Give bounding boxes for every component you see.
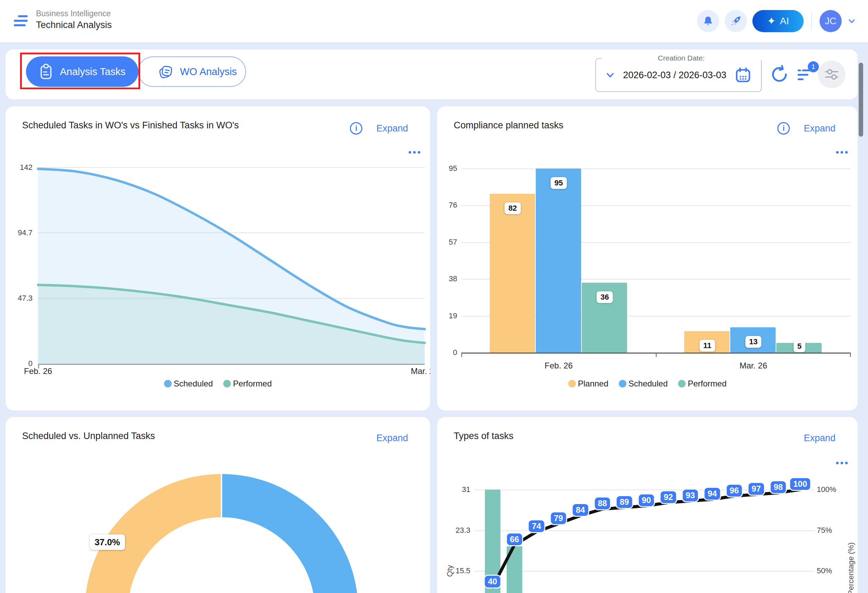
right-axis-tick-label: 100%	[817, 485, 848, 494]
notifications-button[interactable]	[697, 10, 719, 32]
value-badge: 82	[505, 202, 521, 214]
chart-settings-button[interactable]	[818, 60, 846, 88]
card-scheduled-vs-finished: Scheduled Tasks in WO's vs Finished Task…	[6, 106, 430, 411]
ai-assistant-button[interactable]: AI	[753, 10, 804, 32]
tab-analysis-tasks[interactable]: Analysis Tasks	[26, 56, 139, 87]
rocket-icon	[729, 15, 742, 27]
app-title: Business Intelligence	[36, 8, 112, 19]
legend-label: Performed	[688, 379, 726, 388]
chart-title: Scheduled Tasks in WO's vs Finished Task…	[22, 120, 239, 131]
right-axis-tick-label: 50%	[817, 566, 848, 575]
x-axis-category-label: Mar. 26	[740, 361, 767, 370]
sparkle-icon	[767, 16, 776, 26]
legend-item[interactable]: Scheduled	[164, 379, 213, 388]
tab-wo-analysis[interactable]: WO Analysis	[138, 56, 246, 87]
pareto-value-badge: 97	[748, 483, 764, 495]
documents-icon	[156, 63, 174, 81]
more-options-icon[interactable]	[408, 147, 422, 158]
avatar-initials: JC	[825, 16, 837, 27]
chevron-down-icon[interactable]	[847, 16, 856, 26]
y-axis-tick-label: 38	[437, 274, 457, 283]
value-badge: 36	[597, 291, 613, 303]
creation-date-value[interactable]: 2026-02-03 / 2026-03-03	[621, 70, 728, 81]
pareto-value-badge: 84	[573, 504, 588, 516]
bell-icon	[702, 15, 714, 27]
pareto-value-badge: 94	[705, 488, 720, 500]
legend-item[interactable]: Performed	[223, 379, 272, 388]
value-badge: 11	[700, 340, 715, 351]
y-axis-tick-label: 142	[6, 163, 32, 172]
bar-planned	[490, 194, 535, 353]
chevron-down-icon[interactable]	[605, 70, 616, 80]
expand-button[interactable]: Expand	[376, 123, 408, 134]
menu-icon[interactable]	[14, 15, 28, 27]
filter-count-badge: 1	[808, 61, 819, 72]
y-axis-tick-label: 95	[437, 164, 457, 173]
expand-button[interactable]: Expand	[804, 433, 836, 444]
legend-item[interactable]: Scheduled	[619, 379, 667, 388]
pareto-value-badge: 96	[726, 485, 742, 497]
x-axis-tick	[850, 354, 851, 357]
more-options-icon[interactable]	[836, 147, 849, 158]
reset-icon	[770, 65, 789, 84]
legend-dot	[164, 380, 172, 388]
calendar-icon[interactable]	[734, 66, 752, 84]
header-actions: AI JC	[697, 10, 856, 32]
pareto-value-badge: 79	[551, 512, 566, 524]
vertical-scrollbar-thumb[interactable]	[859, 63, 863, 137]
pareto-value-badge: 88	[595, 497, 610, 509]
left-axis-tick-label: 23.3	[437, 526, 470, 535]
gridline	[461, 168, 851, 169]
gridline	[474, 530, 815, 531]
pareto-value-badge: 66	[507, 534, 522, 545]
y-axis-tick-label: 19	[437, 311, 457, 320]
launch-button[interactable]	[725, 10, 747, 32]
creation-date-field[interactable]: Creation Date: 2026-02-03 / 2026-03-03	[595, 58, 762, 92]
x-axis-tick-label: Mar. 26	[411, 366, 430, 376]
legend-dot	[678, 380, 686, 388]
legend-label: Planned	[578, 379, 608, 388]
value-badge: 5	[794, 341, 805, 352]
x-axis-tick-label: Feb. 26	[24, 366, 52, 376]
filter-button[interactable]: 1	[795, 65, 815, 84]
right-axis-tick-label: 75%	[817, 526, 848, 535]
tab-label: Analysis Tasks	[60, 66, 125, 78]
chart-legend: ScheduledPerformed	[6, 379, 430, 388]
info-icon[interactable]	[350, 122, 362, 134]
legend-dot	[619, 380, 626, 388]
pareto-value-badge: 98	[771, 481, 786, 493]
user-avatar[interactable]: JC	[819, 10, 842, 32]
legend-item[interactable]: Performed	[678, 379, 726, 388]
x-axis-tick	[656, 354, 657, 357]
expand-button[interactable]: Expand	[804, 123, 836, 134]
pareto-value-badge: 89	[617, 496, 632, 508]
sliders-icon	[823, 66, 840, 83]
tab-label: WO Analysis	[180, 66, 237, 78]
chart-title: Types of tasks	[454, 431, 514, 441]
pareto-bar	[507, 546, 522, 593]
info-icon[interactable]	[777, 122, 790, 134]
card-scheduled-vs-unplanned: Scheduled vs. Unplanned Tasks Expand 37.…	[6, 417, 430, 593]
expand-button[interactable]: Expand	[376, 433, 408, 444]
title-block: Business Intelligence Technical Analysis	[36, 8, 112, 31]
value-badge: 95	[551, 177, 567, 189]
left-axis-tick-label: 31	[437, 485, 470, 494]
right-axis-title: Percentage (%)	[847, 531, 856, 593]
app-header: Business Intelligence Technical Analysis…	[0, 0, 868, 42]
pareto-value-badge: 92	[661, 491, 676, 503]
pareto-value-badge: 90	[639, 494, 654, 506]
reset-button[interactable]	[770, 65, 789, 84]
card-compliance-planned: Compliance planned tasks Expand PlannedS…	[437, 106, 858, 411]
legend-label: Performed	[233, 379, 272, 388]
more-options-icon[interactable]	[836, 458, 849, 468]
page-title: Technical Analysis	[36, 19, 112, 31]
y-axis-tick-label: 47.3	[6, 294, 32, 303]
x-axis-tick	[461, 354, 462, 357]
legend-item[interactable]: Planned	[568, 379, 608, 388]
legend-dot	[223, 380, 231, 388]
y-axis-tick-label: 76	[437, 201, 457, 209]
left-axis-title: Qty	[446, 555, 455, 586]
gridline	[474, 571, 815, 572]
donut-split	[221, 474, 222, 518]
pareto-value-badge: 100	[790, 478, 810, 490]
